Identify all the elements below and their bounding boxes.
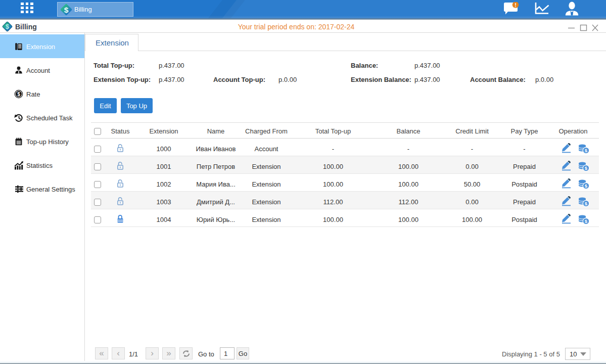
svg-text:$: $: [585, 148, 588, 153]
svg-text:!: !: [515, 2, 517, 8]
svg-text:$: $: [64, 6, 69, 14]
svg-text:$: $: [585, 183, 588, 189]
svg-text:$: $: [17, 91, 20, 97]
svg-text:$: $: [585, 165, 588, 171]
svg-text:$: $: [585, 218, 588, 224]
svg-text:$: $: [585, 201, 588, 206]
